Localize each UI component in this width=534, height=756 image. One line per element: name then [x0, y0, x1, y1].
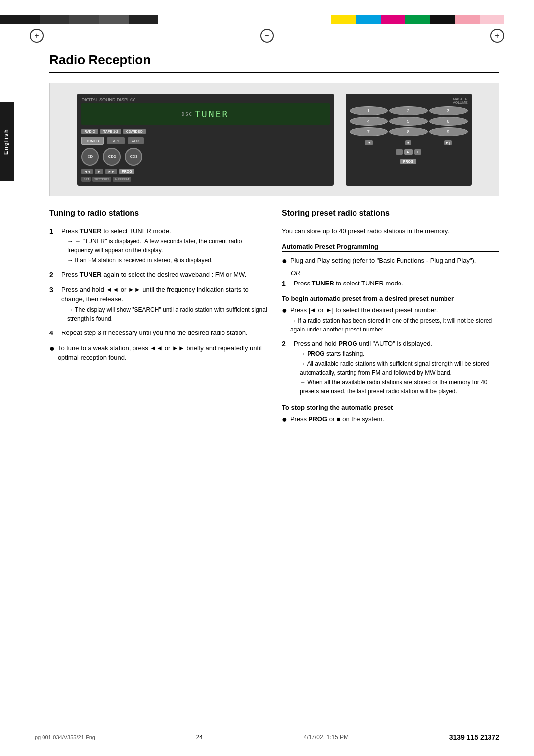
- r-prev: |◄: [365, 140, 373, 145]
- stop-dot: ●: [282, 415, 287, 424]
- reg-circle-right: [490, 29, 504, 43]
- registration-marks: [0, 29, 534, 43]
- tuning-bullet-1: ● To tune to a weak station, press ◄◄ or…: [49, 343, 267, 363]
- btn-9: 9: [429, 127, 468, 136]
- step3-num: 3: [49, 285, 57, 323]
- aux-btn: AUX: [128, 137, 143, 144]
- or-separator: OR: [291, 269, 499, 277]
- next-btn: ►►: [105, 169, 117, 174]
- reg-circle-left: [30, 29, 44, 43]
- auto-step2-text: Press and hold PROG until "AUTO" is disp…: [294, 340, 432, 347]
- stop-text: Press PROG or ■ on the system.: [290, 414, 499, 424]
- begin-preset-item: ● Press |◄ or ►| to select the desired p…: [282, 305, 499, 334]
- step4-num: 4: [49, 328, 57, 338]
- step1-sub2: → If an FM station is received in stereo…: [61, 256, 267, 265]
- tuning-bullet-list: ● To tune to a weak station, press ◄◄ or…: [49, 343, 267, 363]
- reg-circle-center: [260, 29, 274, 43]
- step2-note1: → PROG starts flashing.: [294, 349, 499, 358]
- tuning-step-3: 3 Press and hold ◄◄ or ►► until the freq…: [49, 285, 267, 323]
- plug-play-item: ● Plug and Play setting (refer to "Basic…: [282, 256, 499, 266]
- remote-prog-row: PROG: [350, 159, 468, 164]
- cd1-disc: CD: [81, 148, 99, 166]
- digital-sound-label: DIGITAL SOUND DISPLAY: [81, 97, 329, 102]
- step1-text: Press TUNER to select TUNER mode.: [61, 227, 171, 235]
- begin-content: Press |◄ or ►| to select the desired pre…: [290, 305, 499, 334]
- step1-note: → "TUNER" is displayed. A few seconds la…: [61, 237, 267, 255]
- cdvdmidi-btn: CD/VIDEO: [123, 129, 146, 134]
- tuning-step-4: 4 Repeat step 3 if necessary until you f…: [49, 328, 267, 338]
- btn-6: 6: [429, 117, 468, 126]
- plug-play-text: Plug and Play setting (refer to "Basic F…: [290, 256, 499, 266]
- auto-step2-content: Press and hold PROG until "AUTO" is disp…: [294, 339, 499, 396]
- bullet-dot-1: ●: [49, 344, 55, 363]
- begin-title-block: To begin automatic preset from a desired…: [282, 295, 499, 302]
- auto-step2-list: 2 Press and hold PROG until "AUTO" is di…: [282, 339, 499, 396]
- two-column-layout: Tuning to radio stations 1 Press TUNER t…: [49, 209, 499, 428]
- r-next: ►|: [444, 140, 452, 145]
- play-btn: ►: [95, 169, 103, 174]
- device-placeholder: DIGITAL SOUND DISPLAY DSC TUNER RADIO TA…: [50, 83, 499, 196]
- step2-note2: → All available radio stations with suff…: [294, 359, 499, 377]
- r-stop: ■: [405, 140, 411, 145]
- vol-up: +: [414, 149, 421, 155]
- step1-content: Press TUNER to select TUNER mode. → "TUN…: [61, 226, 267, 265]
- footer-page-number: 24: [196, 734, 203, 741]
- source-selector-row: TUNER TAPE AUX: [81, 137, 329, 145]
- settings-btn: SETTINGS: [92, 177, 111, 182]
- step3-text: Press and hold ◄◄ or ►► until the freque…: [61, 286, 249, 303]
- remote-vol-row: − ► +: [350, 149, 468, 155]
- tuner-display: TUNER: [195, 109, 229, 119]
- cd3-disc: CD3: [125, 148, 142, 166]
- storing-intro: You can store up to 40 preset radio stat…: [282, 226, 499, 236]
- tape12-btn: TAPE 1·2: [100, 129, 121, 134]
- btn-8: 8: [389, 127, 428, 136]
- btn-2: 2: [389, 106, 428, 115]
- btn-7: 7: [350, 127, 388, 136]
- step3-note: → The display will show "SEARCH" until a…: [61, 305, 267, 323]
- prev-btn: ◄◄: [81, 169, 93, 174]
- begin-title-text: To begin automatic preset from a desired…: [282, 295, 454, 302]
- plug-play-bullet: ● Plug and Play setting (refer to "Basic…: [282, 256, 499, 266]
- storing-title: Storing preset radio stations: [282, 209, 499, 220]
- cd2-disc: CD2: [103, 148, 121, 166]
- stereo-device-illustration: DIGITAL SOUND DISPLAY DSC TUNER RADIO TA…: [72, 89, 476, 190]
- stereo-display: DSC TUNER: [81, 103, 329, 124]
- r-play: ►: [404, 149, 413, 155]
- step1-num: 1: [49, 226, 57, 265]
- auto-step1-text: Press TUNER to select TUNER mode.: [294, 280, 403, 287]
- begin-text: Press |◄ or ►| to select the desired pre…: [290, 306, 438, 314]
- begin-dot: ●: [282, 306, 287, 334]
- step2-num: 2: [49, 270, 57, 280]
- auto-step-2: 2 Press and hold PROG until "AUTO" is di…: [282, 339, 499, 396]
- footer-product-code: 3139 115 21372: [449, 733, 499, 741]
- btn-3: 3: [429, 106, 468, 115]
- set-btn: SET: [81, 177, 91, 182]
- footer-date: 4/17/02, 1:15 PM: [304, 734, 349, 741]
- auto-step2-num: 2: [282, 339, 290, 396]
- storing-section: Storing preset radio stations You can st…: [282, 209, 499, 428]
- step2-text: Press TUNER again to select the desired …: [61, 271, 246, 278]
- stop-preset-bullets: ● Press PROG or ■ on the system.: [282, 414, 499, 424]
- btn-4: 4: [350, 117, 388, 126]
- auto-preset-steps: 1 Press TUNER to select TUNER mode.: [282, 279, 499, 289]
- auto-step1-content: Press TUNER to select TUNER mode.: [294, 279, 499, 289]
- r-prog-btn: PROG: [400, 159, 417, 164]
- dsc-label: DSC: [182, 112, 193, 117]
- step2-content: Press TUNER again to select the desired …: [61, 270, 267, 280]
- step3-content: Press and hold ◄◄ or ►► until the freque…: [61, 285, 267, 323]
- auto-step-1: 1 Press TUNER to select TUNER mode.: [282, 279, 499, 289]
- vol-down: −: [396, 149, 402, 155]
- tape-btn: TAPE: [107, 137, 125, 144]
- btn-5: 5: [389, 117, 428, 126]
- color-bar-top: [0, 15, 534, 24]
- auto-preset-section: Automatic Preset Programming ● Plug and …: [282, 243, 499, 424]
- tuning-steps-list: 1 Press TUNER to select TUNER mode. → "T…: [49, 226, 267, 338]
- playback-controls: ◄◄ ► ►► PROG: [81, 169, 329, 174]
- stereo-remote-unit: MASTERVOLUME 1 2 3 4 5 6 7 8 9 |◄ ■: [346, 94, 472, 185]
- stop-title-block: To stop storing the automatic preset: [282, 404, 499, 411]
- tuning-step-2: 2 Press TUNER again to select the desire…: [49, 270, 267, 280]
- tuning-title: Tuning to radio stations: [49, 209, 267, 220]
- bottom-controls: SET SETTINGS A·REPEAT: [81, 177, 329, 182]
- tuner-btn: TUNER: [81, 137, 104, 145]
- tuning-section: Tuning to radio stations 1 Press TUNER t…: [49, 209, 267, 428]
